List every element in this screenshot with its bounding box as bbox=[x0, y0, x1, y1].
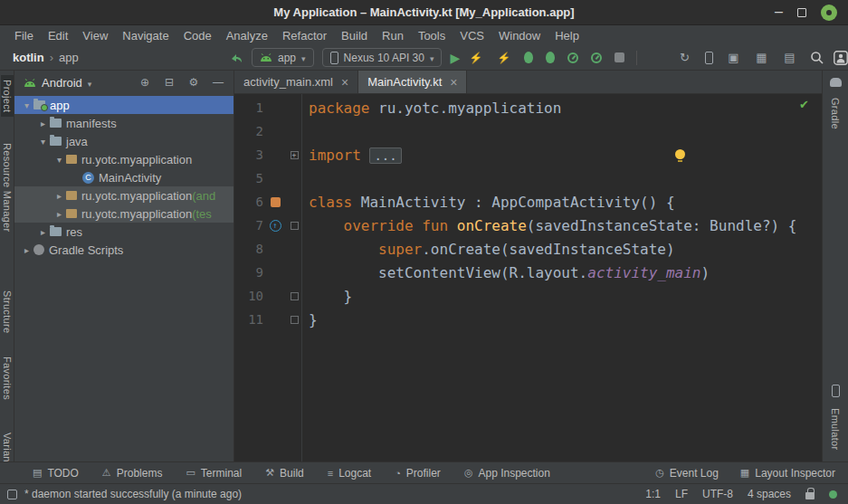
intention-bulb-icon[interactable] bbox=[675, 149, 685, 159]
code-line-11[interactable]: 11} bbox=[234, 308, 822, 331]
coverage-icon[interactable] bbox=[591, 52, 602, 63]
chevron-down-icon[interactable]: ▾ bbox=[20, 100, 33, 110]
tool-stripe-gradle[interactable]: Gradle bbox=[829, 78, 842, 134]
tool-button-problems[interactable]: ⚠Problems bbox=[102, 467, 163, 480]
chevron-down-icon[interactable]: ▾ bbox=[36, 137, 50, 147]
code-line-7[interactable]: 7↑ override fun onCreate(savedInstanceSt… bbox=[234, 214, 822, 237]
code-line-9[interactable]: 9 setContentView(R.layout.activity_main) bbox=[234, 261, 822, 284]
status-message[interactable]: * daemon started successfully (a minute … bbox=[24, 488, 242, 500]
file-encoding[interactable]: UTF-8 bbox=[702, 488, 733, 500]
run-button[interactable] bbox=[450, 51, 460, 65]
code-line-8[interactable]: 8 super.onCreate(savedInstanceState) bbox=[234, 237, 822, 261]
tool-button-todo[interactable]: ▤TODO bbox=[33, 467, 79, 480]
tree-item-gradle-scripts[interactable]: ▸Gradle Scripts bbox=[14, 241, 233, 259]
settings-icon[interactable]: ⚙ bbox=[187, 76, 200, 89]
tool-button-event-log[interactable]: ◷Event Log bbox=[655, 467, 719, 480]
hide-panel-icon[interactable]: — bbox=[212, 76, 224, 89]
chevron-right-icon[interactable]: ▸ bbox=[20, 245, 33, 255]
avatar[interactable] bbox=[833, 50, 848, 65]
tree-item-res[interactable]: ▸res bbox=[14, 223, 233, 241]
tool-stripe-structure[interactable]: Structure bbox=[1, 286, 14, 338]
chevron-down-icon[interactable]: ▾ bbox=[52, 155, 66, 165]
maximize-button[interactable] bbox=[797, 8, 806, 17]
tool-window-switcher-icon[interactable] bbox=[7, 490, 17, 499]
readonly-lock-icon[interactable] bbox=[805, 492, 815, 499]
caret-position[interactable]: 1:1 bbox=[645, 488, 661, 500]
device-select[interactable]: Nexus 10 API 30 bbox=[322, 48, 443, 67]
menu-navigate[interactable]: Navigate bbox=[115, 29, 176, 43]
chevron-right-icon[interactable]: ▸ bbox=[52, 191, 66, 201]
layout-validation-icon[interactable]: ▦ bbox=[754, 50, 769, 65]
code-line-2[interactable]: 2 bbox=[234, 119, 822, 143]
breadcrumb-module[interactable]: kotlin bbox=[13, 51, 44, 64]
build-arrow-icon[interactable] bbox=[228, 50, 243, 65]
menu-file[interactable]: File bbox=[7, 29, 41, 43]
tool-stripe-resource-manager[interactable]: Resource Manager bbox=[1, 138, 14, 236]
inspection-highlighting-icon[interactable] bbox=[829, 490, 837, 499]
sdk-manager-icon[interactable]: ▣ bbox=[726, 50, 741, 65]
menu-vcs[interactable]: VCS bbox=[453, 29, 491, 43]
project-view-selector[interactable]: Android bbox=[42, 76, 82, 90]
menu-help[interactable]: Help bbox=[548, 29, 586, 43]
line-separator[interactable]: LF bbox=[675, 488, 688, 500]
tree-item-app[interactable]: ▾app bbox=[14, 96, 233, 114]
fold-marker-icon[interactable] bbox=[287, 316, 301, 324]
code-line-10[interactable]: 10 } bbox=[234, 284, 822, 308]
collapse-all-icon[interactable]: ⊟ bbox=[163, 76, 176, 89]
close-tab-icon[interactable]: × bbox=[341, 76, 348, 89]
close-tab-icon[interactable]: × bbox=[450, 76, 457, 89]
tab-activity-main-xml[interactable]: activity_main.xml× bbox=[234, 71, 358, 93]
breadcrumb-item[interactable]: app bbox=[59, 51, 79, 64]
tool-button-logcat[interactable]: ≡Logcat bbox=[328, 467, 371, 480]
fold-marker-icon[interactable] bbox=[287, 292, 301, 300]
fold-marker-icon[interactable] bbox=[287, 222, 301, 230]
device-manager-icon[interactable] bbox=[705, 52, 713, 64]
class-gutter-icon[interactable] bbox=[263, 197, 287, 207]
code-line-5[interactable]: 5 bbox=[234, 166, 822, 190]
chevron-right-icon[interactable]: ▸ bbox=[52, 209, 66, 219]
tree-item-mainactivity[interactable]: CMainActivity bbox=[14, 168, 233, 186]
menu-edit[interactable]: Edit bbox=[41, 29, 75, 43]
code-editor[interactable]: 1package ru.yotc.myapplication23+import … bbox=[234, 94, 822, 461]
code-line-6[interactable]: 6class MainActivity : AppCompatActivity(… bbox=[234, 190, 822, 214]
code-line-3[interactable]: 3+import ... bbox=[234, 143, 822, 166]
tool-stripe-project[interactable]: Project bbox=[1, 75, 14, 117]
menu-run[interactable]: Run bbox=[375, 29, 411, 43]
indent-style[interactable]: 4 spaces bbox=[748, 488, 791, 500]
code-line-1[interactable]: 1package ru.yotc.myapplication bbox=[234, 96, 822, 119]
tree-item-ru-yotc-myapplication[interactable]: ▾ru.yotc.myapplication bbox=[14, 150, 233, 168]
tree-item-ru-yotc-myapplication[interactable]: ▸ru.yotc.myapplication (tes bbox=[14, 204, 233, 223]
tool-button-app-inspection[interactable]: ◎App Inspection bbox=[464, 467, 550, 480]
chevron-right-icon[interactable]: ▸ bbox=[36, 119, 50, 128]
menu-build[interactable]: Build bbox=[334, 29, 375, 43]
search-icon[interactable] bbox=[809, 50, 824, 65]
minimize-button[interactable] bbox=[775, 5, 783, 19]
fold-marker-icon[interactable]: + bbox=[287, 151, 301, 159]
menu-refactor[interactable]: Refactor bbox=[275, 29, 334, 43]
tool-button-profiler[interactable]: ◔Profiler bbox=[395, 467, 441, 480]
device-file-explorer-icon[interactable]: ▤ bbox=[782, 50, 797, 65]
override-gutter-icon[interactable]: ↑ bbox=[263, 220, 287, 232]
apply-code-changes-icon[interactable]: ⚡ bbox=[496, 50, 511, 65]
tool-button-terminal[interactable]: ▭Terminal bbox=[186, 467, 242, 480]
titlebar[interactable]: My Application – MainActivity.kt [My_App… bbox=[0, 0, 848, 25]
run-config-select[interactable]: app bbox=[252, 48, 314, 67]
profile-icon[interactable] bbox=[567, 52, 578, 63]
close-button[interactable] bbox=[821, 5, 837, 21]
tool-stripe-favorites[interactable]: Favorites bbox=[1, 352, 14, 404]
menu-code[interactable]: Code bbox=[176, 29, 219, 43]
menu-window[interactable]: Window bbox=[491, 29, 548, 43]
tool-button-build[interactable]: ⚒Build bbox=[265, 467, 304, 480]
menu-view[interactable]: View bbox=[75, 29, 115, 43]
apply-changes-icon[interactable]: ⚡ bbox=[468, 50, 483, 65]
chevron-right-icon[interactable]: ▸ bbox=[36, 227, 50, 237]
tree-item-ru-yotc-myapplication[interactable]: ▸ru.yotc.myapplication (and bbox=[14, 186, 233, 204]
inspections-ok-icon[interactable] bbox=[799, 98, 809, 111]
menu-tools[interactable]: Tools bbox=[411, 29, 453, 43]
tab-mainactivity-kt[interactable]: MainActivity.kt× bbox=[358, 71, 467, 93]
attach-debugger-icon[interactable] bbox=[546, 52, 555, 63]
menu-analyze[interactable]: Analyze bbox=[219, 29, 275, 43]
tree-item-manifests[interactable]: ▸manifests bbox=[14, 114, 233, 132]
debug-icon[interactable] bbox=[524, 52, 533, 63]
tool-button-layout-inspector[interactable]: ▦Layout Inspector bbox=[740, 467, 835, 480]
